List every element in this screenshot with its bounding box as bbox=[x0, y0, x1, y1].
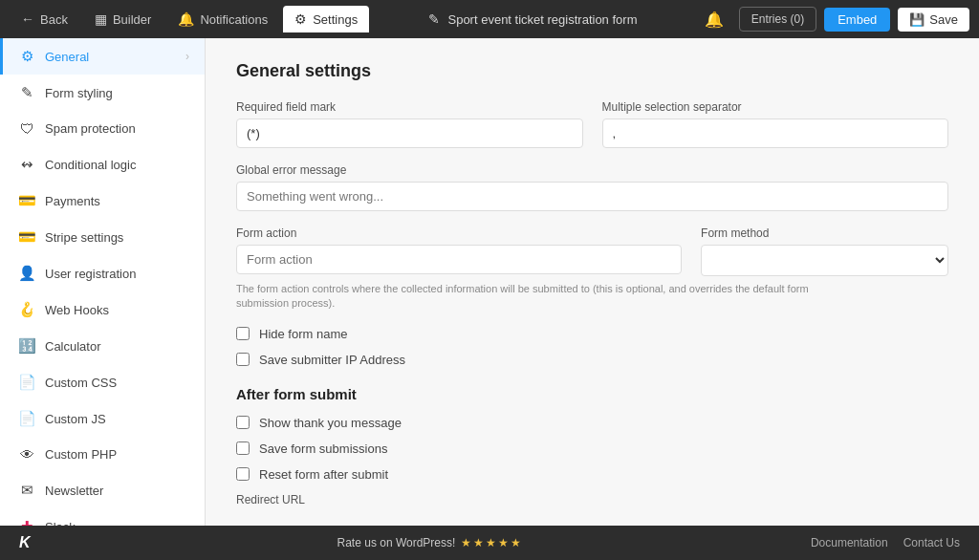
show-thank-you-row: Show thank you message bbox=[236, 416, 948, 430]
form-action-input[interactable] bbox=[236, 245, 682, 274]
chevron-right-icon: › bbox=[185, 50, 189, 63]
bell-icon: 🔔 bbox=[178, 11, 194, 27]
footer-right: Documentation Contact Us bbox=[811, 536, 960, 549]
required-field-mark-group: Required field mark bbox=[236, 100, 583, 148]
hide-form-name-checkbox[interactable] bbox=[236, 327, 250, 340]
builder-button[interactable]: ▦ Builder bbox=[83, 6, 163, 32]
form-method-group: Form method GET POST bbox=[701, 226, 948, 276]
show-thank-you-checkbox[interactable] bbox=[236, 416, 250, 429]
payments-icon: 💳 bbox=[18, 192, 35, 209]
sidebar-item-conditional-logic[interactable]: ↭ Conditional logic bbox=[0, 146, 205, 183]
after-form-submit-title: After form submit bbox=[236, 386, 948, 402]
documentation-link[interactable]: Documentation bbox=[811, 536, 888, 549]
sidebar-item-user-registration[interactable]: 👤 User registration bbox=[0, 255, 205, 291]
sidebar-item-custom-css[interactable]: 📄 Custom CSS bbox=[0, 364, 205, 400]
sidebar-item-newsletter[interactable]: ✉ Newsletter bbox=[0, 472, 205, 508]
stripe-icon: 💳 bbox=[18, 228, 35, 246]
sidebar-label-general: General bbox=[45, 50, 176, 64]
hide-form-name-label[interactable]: Hide form name bbox=[259, 327, 347, 341]
sidebar-label-custom-php: Custom PHP bbox=[45, 447, 189, 462]
newsletter-icon: ✉ bbox=[18, 482, 35, 499]
save-submitter-ip-label[interactable]: Save submitter IP Address bbox=[259, 353, 405, 367]
form-action-hint: The form action controls where the colle… bbox=[236, 282, 810, 312]
sidebar-item-custom-php[interactable]: 👁 Custom PHP bbox=[0, 437, 205, 472]
entries-button[interactable]: Entries (0) bbox=[739, 7, 816, 32]
save-ip-row: Save submitter IP Address bbox=[236, 353, 948, 367]
multiple-selection-separator-group: Multiple selection separator bbox=[602, 100, 949, 148]
sidebar-label-conditional-logic: Conditional logic bbox=[45, 158, 189, 172]
section-title: General settings bbox=[236, 61, 948, 81]
global-error-message-input[interactable] bbox=[236, 182, 948, 211]
form-method-select[interactable]: GET POST bbox=[701, 245, 948, 276]
sidebar-item-slack[interactable]: ✚ Slack bbox=[0, 508, 205, 526]
notifications-button[interactable]: 🔔 Notifications bbox=[166, 6, 279, 32]
settings-icon: ⚙ bbox=[294, 11, 307, 27]
global-error-message-label: Global error message bbox=[236, 163, 948, 177]
footer-center: Rate us on WordPress! ★ ★ ★ ★ ★ bbox=[337, 536, 522, 549]
star-4-icon: ★ bbox=[498, 536, 509, 549]
back-button[interactable]: ← Back bbox=[10, 6, 79, 32]
multiple-selection-separator-input[interactable] bbox=[602, 118, 949, 148]
reset-form-row: Reset form after submit bbox=[236, 467, 948, 482]
sidebar-item-general[interactable]: ⚙ General › bbox=[0, 38, 205, 75]
global-error-message-group: Global error message bbox=[236, 163, 948, 211]
star-3-icon: ★ bbox=[486, 536, 496, 549]
sidebar: ⚙ General › ✎ Form styling 🛡 Spam protec… bbox=[0, 38, 206, 526]
sidebar-label-newsletter: Newsletter bbox=[45, 484, 189, 498]
general-icon: ⚙ bbox=[18, 48, 35, 65]
reset-form-label[interactable]: Reset form after submit bbox=[259, 467, 388, 482]
main-layout: ⚙ General › ✎ Form styling 🛡 Spam protec… bbox=[0, 38, 979, 526]
builder-icon: ▦ bbox=[95, 11, 107, 27]
custom-php-icon: 👁 bbox=[18, 446, 35, 463]
embed-button[interactable]: Embed bbox=[824, 8, 890, 32]
sidebar-label-custom-css: Custom CSS bbox=[45, 376, 189, 390]
sidebar-item-web-hooks[interactable]: 🪝 Web Hooks bbox=[0, 291, 205, 328]
sidebar-item-custom-js[interactable]: 📄 Custom JS bbox=[0, 400, 205, 437]
sidebar-label-payments: Payments bbox=[45, 194, 189, 208]
calculator-icon: 🔢 bbox=[18, 337, 35, 355]
content-area: General settings Required field mark Mul… bbox=[206, 38, 979, 526]
settings-button[interactable]: ⚙ Settings bbox=[283, 6, 369, 32]
sidebar-label-stripe-settings: Stripe settings bbox=[45, 230, 189, 245]
redirect-url-group: Redirect URL bbox=[236, 493, 948, 506]
star-rating: ★ ★ ★ ★ ★ bbox=[461, 536, 521, 549]
form-action-row: Form action Form method GET POST bbox=[236, 226, 948, 276]
form-styling-icon: ✎ bbox=[18, 84, 35, 101]
sidebar-item-payments[interactable]: 💳 Payments bbox=[0, 183, 205, 219]
notification-bell-icon[interactable]: 🔔 bbox=[697, 7, 731, 32]
k-logo-icon: K bbox=[19, 534, 31, 551]
slack-icon: ✚ bbox=[18, 518, 35, 526]
form-action-group: Form action bbox=[236, 226, 682, 276]
back-icon: ← bbox=[21, 11, 34, 27]
sidebar-item-spam-protection[interactable]: 🛡 Spam protection bbox=[0, 111, 205, 146]
top-navigation: ← Back ▦ Builder 🔔 Notifications ⚙ Setti… bbox=[0, 0, 979, 38]
required-field-mark-label: Required field mark bbox=[236, 100, 583, 114]
show-thank-you-label[interactable]: Show thank you message bbox=[259, 416, 402, 430]
sidebar-item-form-styling[interactable]: ✎ Form styling bbox=[0, 75, 205, 111]
footer-logo: K bbox=[19, 534, 48, 551]
required-field-mark-input[interactable] bbox=[236, 118, 583, 148]
form-action-label: Form action bbox=[236, 226, 682, 240]
form-title-area: ✎ Sport event ticket registration form bbox=[369, 11, 697, 27]
reset-form-checkbox[interactable] bbox=[236, 467, 250, 481]
custom-css-icon: 📄 bbox=[18, 374, 35, 391]
save-form-submissions-checkbox[interactable] bbox=[236, 442, 250, 455]
webhooks-icon: 🪝 bbox=[18, 301, 35, 318]
user-registration-icon: 👤 bbox=[18, 265, 35, 282]
save-icon: 💾 bbox=[909, 12, 925, 27]
save-form-submissions-row: Save form submissions bbox=[236, 442, 948, 456]
sidebar-label-spam-protection: Spam protection bbox=[45, 121, 189, 136]
conditional-logic-icon: ↭ bbox=[18, 156, 35, 173]
sidebar-item-calculator[interactable]: 🔢 Calculator bbox=[0, 328, 205, 364]
save-form-submissions-label[interactable]: Save form submissions bbox=[259, 442, 387, 456]
sidebar-item-stripe-settings[interactable]: 💳 Stripe settings bbox=[0, 219, 205, 255]
multiple-selection-separator-label: Multiple selection separator bbox=[602, 100, 949, 114]
star-2-icon: ★ bbox=[473, 536, 484, 549]
sidebar-label-custom-js: Custom JS bbox=[45, 412, 189, 426]
star-1-icon: ★ bbox=[461, 536, 471, 549]
contact-us-link[interactable]: Contact Us bbox=[903, 536, 960, 549]
custom-js-icon: 📄 bbox=[18, 410, 35, 427]
save-button[interactable]: 💾 Save bbox=[898, 8, 969, 32]
save-submitter-ip-checkbox[interactable] bbox=[236, 353, 250, 366]
edit-icon: ✎ bbox=[428, 11, 440, 27]
